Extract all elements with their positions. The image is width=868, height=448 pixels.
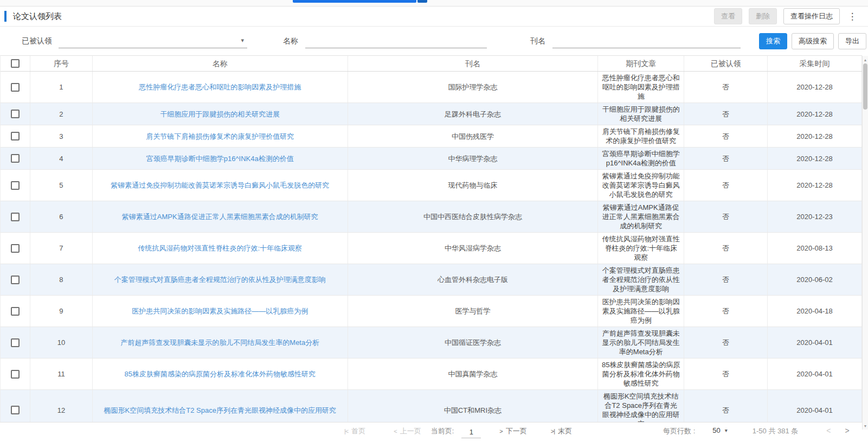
row-checkbox[interactable]	[11, 83, 20, 92]
more-options-icon[interactable]: ⋮	[847, 11, 857, 22]
journal-name: 中华病理学杂志	[348, 148, 599, 169]
paper-title-link[interactable]: 传统抗风湿药物对强直性脊柱炎的疗效:十年临床观察	[93, 233, 348, 264]
next-page-button[interactable]: > 下一页	[499, 426, 526, 436]
select-all-checkbox[interactable]	[11, 59, 20, 68]
row-number: 9	[30, 296, 93, 327]
journal-article: 产前超声筛查发现胆囊未显示的胎儿不同结局发生率的Meta分析	[598, 327, 684, 358]
row-number: 8	[30, 264, 93, 295]
prev-page-button[interactable]: < 上一页	[394, 426, 421, 436]
claimed-filter-select[interactable]: ▾	[59, 34, 247, 48]
prev-page-icon: <	[394, 428, 396, 434]
row-number: 5	[30, 170, 93, 201]
scroll-up-icon[interactable]: ▲	[863, 56, 868, 63]
browser-tab-strip	[0, 0, 868, 7]
journal-name: 现代药物与临床	[348, 170, 599, 201]
row-checkbox[interactable]	[11, 276, 20, 284]
advanced-search-button[interactable]: 高级搜索	[792, 33, 834, 49]
paper-title-link[interactable]: 椭圆形K空间填充技术结合T2 Space序列在青光眼视神经成像中的应用研究	[93, 390, 348, 423]
scrollbar-thumb[interactable]	[863, 63, 867, 110]
table-body: 1 恶性肿瘤化疗患者恶心和呕吐的影响因素及护理措施 国际护理学杂志 恶性肿瘤化疗…	[1, 72, 862, 423]
row-checkbox-cell	[1, 103, 30, 125]
collect-date: 2020-12-28	[768, 125, 862, 147]
paper-title-link[interactable]: 恶性肿瘤化疗患者恶心和呕吐的影响因素及护理措施	[93, 72, 348, 103]
search-bar: 已被认领 ▾ 名称 刊名 搜索 高级搜索 导出	[0, 27, 868, 55]
row-checkbox[interactable]	[11, 154, 20, 163]
table-row: 3 肩关节镜下肩袖损伤修复术的康复护理价值研究 中国伤残医学 肩关节镜下肩袖损伤…	[1, 125, 862, 148]
collect-date: 2020-12-23	[768, 201, 862, 232]
journal-name: 中国CT和MRI杂志	[348, 390, 599, 423]
row-number: 3	[30, 125, 93, 147]
export-button[interactable]: 导出	[838, 33, 866, 49]
row-checkbox[interactable]	[11, 132, 20, 140]
table-row: 12 椭圆形K空间填充技术结合T2 Space序列在青光眼视神经成像中的应用研究…	[1, 390, 862, 423]
paper-title-link[interactable]: 个案管理模式对直肠癌患者全程规范治疗的依从性及护理满意度影响	[93, 264, 348, 295]
journal-article: 紫铆素通过免疫抑制功能改善莫诺苯宗诱导白癜风小鼠毛发脱色的研究	[598, 170, 684, 201]
row-checkbox[interactable]	[11, 338, 20, 347]
journal-name: 中华风湿病学杂志	[348, 233, 599, 264]
row-number: 12	[30, 390, 93, 423]
range-prev-icon[interactable]: <	[826, 426, 831, 435]
first-page-icon: |<	[344, 428, 348, 434]
row-checkbox[interactable]	[11, 110, 20, 118]
search-button[interactable]: 搜索	[759, 33, 787, 49]
last-page-button[interactable]: >| 末页	[551, 426, 572, 436]
journal-name: 中国中西医结合皮肤性病学杂志	[348, 201, 599, 232]
vertical-scrollbar[interactable]: ▲ ▼	[862, 56, 868, 430]
table-row: 4 宫颈癌早期诊断中细胞学p16^INK4a检测的价值 中华病理学杂志 宫颈癌早…	[1, 148, 862, 170]
range-text: 1-50 共 381 条	[753, 426, 799, 436]
paper-title-link[interactable]: 干细胞应用于跟腱损伤的相关研究进展	[93, 103, 348, 125]
row-number: 2	[30, 103, 93, 125]
journal-article: 恶性肿瘤化疗患者恶心和呕吐的影响因素及护理措施	[598, 72, 684, 103]
row-checkbox[interactable]	[11, 307, 20, 316]
paper-title-link[interactable]: 紫铆素通过AMPK通路促进正常人黑素细胞黑素合成的机制研究	[93, 201, 348, 232]
search-buttons: 搜索 高级搜索 导出	[755, 33, 866, 49]
first-page-button[interactable]: |< 首页	[344, 426, 365, 436]
row-checkbox[interactable]	[11, 406, 20, 414]
row-checkbox[interactable]	[11, 244, 20, 253]
row-checkbox[interactable]	[11, 213, 20, 221]
paper-title-link[interactable]: 宫颈癌早期诊断中细胞学p16^INK4a检测的价值	[93, 148, 348, 169]
view-log-button[interactable]: 查看操作日志	[783, 8, 840, 24]
paper-title-link[interactable]: 医护患共同决策的影响因素及实施路径——以乳腺癌为例	[93, 296, 348, 327]
view-button[interactable]: 查看	[714, 8, 742, 24]
prev-page-label: 上一页	[400, 426, 421, 436]
journal-article: 紫铆素通过AMPK通路促进正常人黑素细胞黑素合成的机制研究	[598, 201, 684, 232]
row-checkbox-cell	[1, 327, 30, 358]
last-page-label: 末页	[558, 426, 572, 436]
journal-article: 传统抗风湿药物对强直性脊柱炎的疗效:十年临床观察	[598, 233, 684, 264]
table-row: 9 医护患共同决策的影响因素及实施路径——以乳腺癌为例 医学与哲学 医护患共同决…	[1, 296, 862, 327]
title-bar: 论文认领列表 查看 删除 查看操作日志 ⋮	[0, 7, 868, 27]
delete-button[interactable]: 删除	[749, 8, 777, 24]
name-filter-label: 名称	[283, 36, 298, 46]
paper-title-link[interactable]: 紫铆素通过免疫抑制功能改善莫诺苯宗诱导白癜风小鼠毛发脱色的研究	[93, 170, 348, 201]
scroll-down-icon[interactable]: ▼	[863, 423, 868, 429]
row-number: 6	[30, 201, 93, 232]
name-filter-input[interactable]	[305, 34, 487, 48]
papers-table: 序号 名称 刊名 期刊文章 已被认领 采集时间 1 恶性肿瘤化疗患者恶心和呕吐的…	[0, 55, 862, 423]
paper-title-link[interactable]: 85株皮肤癣菌感染的病原菌分析及标准化体外药物敏感性研究	[93, 359, 348, 389]
row-number: 11	[30, 359, 93, 389]
row-checkbox-cell	[1, 233, 30, 264]
paper-title-link[interactable]: 产前超声筛查发现胆囊未显示的胎儿不同结局发生率的Meta分析	[93, 327, 348, 358]
row-checkbox[interactable]	[11, 181, 20, 190]
current-page-input[interactable]	[461, 426, 481, 438]
claimed-status: 否	[684, 233, 768, 264]
journal-article: 85株皮肤癣菌感染的病原菌分析及标准化体外药物敏感性研究	[598, 359, 684, 389]
row-number: 10	[30, 327, 93, 358]
row-checkbox[interactable]	[11, 370, 20, 379]
active-tab-indicator-end	[417, 0, 427, 3]
range-next-icon[interactable]: >	[845, 426, 850, 435]
paper-title-link[interactable]: 肩关节镜下肩袖损伤修复术的康复护理价值研究	[93, 125, 348, 147]
journal-filter-input[interactable]	[552, 34, 741, 48]
row-checkbox-cell	[1, 201, 30, 232]
journal-article: 干细胞应用于跟腱损伤的相关研究进展	[598, 103, 684, 125]
select-all-cell	[1, 56, 30, 71]
claimed-status: 否	[684, 327, 768, 358]
journal-filter-label: 刊名	[530, 36, 545, 46]
journal-article: 医护患共同决策的影响因素及实施路径——以乳腺癌为例	[598, 296, 684, 327]
row-checkbox-cell	[1, 148, 30, 169]
collect-date: 2020-12-28	[768, 148, 862, 169]
collect-date: 2020-12-28	[768, 72, 862, 103]
journal-name: 中国真菌学杂志	[348, 359, 599, 389]
rows-per-page-select[interactable]: 50 ▾	[712, 426, 728, 434]
